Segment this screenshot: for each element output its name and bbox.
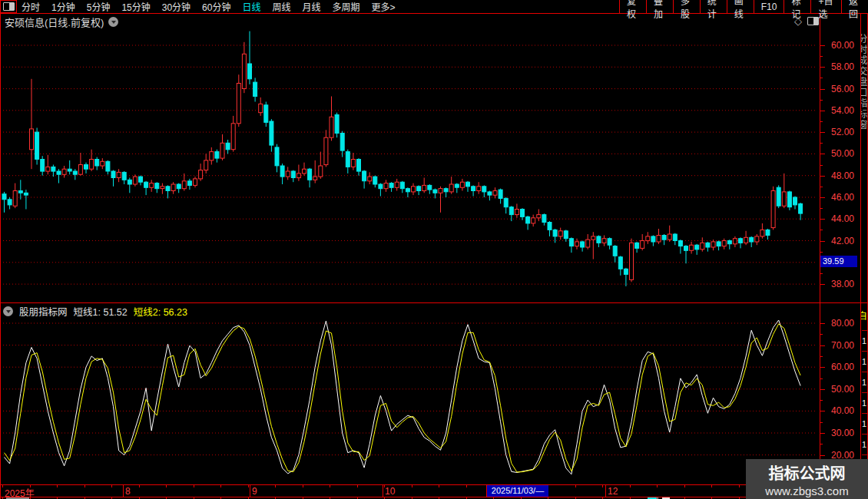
selected-date-badge: 2025/11/03/—	[487, 485, 548, 497]
price-axis-label: 58.00	[822, 61, 854, 72]
top-toolbar: 分时 1分钟 5分钟 15分钟 30分钟 60分钟 日线 周线 月线 多周期 更…	[0, 0, 868, 13]
week-tick	[139, 485, 140, 487]
week-tick	[575, 485, 576, 487]
week-tick	[57, 485, 58, 487]
price-axis-label: 56.00	[822, 84, 854, 94]
time-axis-label: 9	[252, 486, 257, 497]
tab-daily[interactable]: 日线	[242, 0, 260, 13]
week-tick	[30, 485, 31, 487]
axis-tick	[820, 433, 825, 434]
axis-tick	[820, 132, 825, 133]
tab-more[interactable]: 更多>	[372, 0, 396, 13]
month-separator	[383, 485, 383, 497]
f10-button[interactable]: F10	[754, 0, 784, 13]
price-axis-label: 60.00	[822, 40, 854, 51]
right-toolbar: 复权 叠加 多股 统计 画线 F10 标记 +自选 返回	[619, 0, 868, 13]
axis-tick	[820, 389, 825, 390]
week-tick	[602, 485, 603, 487]
tab-5min[interactable]: 5分钟	[87, 0, 111, 13]
axis-minor-tick	[820, 208, 823, 209]
price-axis-label: 44.00	[822, 213, 854, 224]
tab-multi-period[interactable]: 多周期	[333, 0, 360, 13]
axis-tick	[820, 455, 825, 456]
watermark: 指标公式网 www.zbgs3.com	[746, 459, 868, 499]
axis-column-divider	[820, 14, 820, 497]
tab-weekly[interactable]: 周线	[272, 0, 290, 13]
week-tick	[357, 485, 358, 487]
line1-value: 51.52	[103, 307, 127, 318]
chevron-down-icon[interactable]	[108, 17, 118, 27]
axis-tick	[820, 176, 825, 177]
axis-minor-tick	[820, 400, 823, 401]
price-axis-label: 48.00	[822, 170, 854, 181]
clipped-highlight-char: 自	[861, 309, 867, 322]
indicator-header: 股朋指标网 短线1: 51.52 短线2: 56.23	[3, 306, 187, 317]
tab-60min[interactable]: 60分钟	[202, 0, 230, 13]
chevron-down-circle-icon[interactable]	[3, 306, 13, 316]
overlay-button[interactable]: 叠加	[646, 0, 673, 13]
split-window-icon	[3, 2, 15, 11]
pane-divider	[0, 302, 868, 303]
tab-fenshi[interactable]: 分时	[22, 0, 40, 13]
watermark-url: www.zbgs3.com	[746, 484, 868, 497]
time-axis-label: 8	[125, 486, 131, 497]
page-title: 安硕信息(日线.前复权)	[5, 15, 104, 29]
stats-button[interactable]: 统计	[700, 0, 727, 13]
week-tick	[630, 485, 631, 487]
axis-tick	[820, 154, 825, 154]
axis-minor-tick	[820, 444, 823, 444]
axis-minor-tick	[820, 165, 823, 166]
week-tick	[275, 485, 276, 487]
indicator-axis-label: 60.00	[822, 362, 854, 372]
mark-button[interactable]: 标记	[784, 0, 810, 13]
price-axis-label: 52.00	[822, 127, 854, 137]
add-watchlist-button[interactable]: +自选	[810, 0, 841, 13]
price-axis-label: 54.00	[822, 105, 854, 116]
axis-minor-tick	[820, 56, 823, 57]
axis-minor-tick	[820, 121, 823, 122]
axis-minor-tick	[820, 378, 823, 379]
tab-1min[interactable]: 1分钟	[51, 0, 75, 13]
week-tick	[412, 485, 412, 487]
week-tick	[439, 485, 439, 487]
back-button[interactable]: 返回	[841, 0, 868, 13]
axis-top-border	[0, 484, 861, 485]
axis-tick	[820, 197, 825, 198]
price-axis-label: 46.00	[822, 192, 854, 203]
week-tick	[303, 485, 303, 487]
indicator-axis-label: 70.00	[822, 340, 854, 351]
tab-monthly[interactable]: 月线	[303, 0, 321, 13]
axis-minor-tick	[820, 100, 823, 101]
axis-minor-tick	[820, 422, 823, 423]
indicator-axis-label: 80.00	[822, 318, 854, 329]
month-separator	[123, 485, 124, 497]
period-menu: 分时 1分钟 5分钟 15分钟 30分钟 60分钟 日线 周线 月线 多周期 更…	[22, 0, 396, 13]
chart-title-row: 安硕信息(日线.前复权)	[5, 15, 118, 28]
sidebar-strip-divider	[860, 0, 861, 499]
axis-tick	[820, 45, 825, 46]
week-tick	[466, 485, 467, 487]
week-tick	[2, 485, 3, 487]
fuquan-button[interactable]: 复权	[619, 0, 646, 13]
axis-tick	[820, 345, 825, 346]
week-tick	[194, 485, 194, 487]
week-tick	[84, 485, 85, 487]
draw-line-button[interactable]: 画线	[727, 0, 754, 13]
axis-tick	[820, 323, 825, 324]
multi-stock-button[interactable]: 多股	[673, 0, 700, 13]
tab-15min[interactable]: 15分钟	[121, 0, 150, 13]
week-tick	[166, 485, 167, 487]
tab-30min[interactable]: 30分钟	[162, 0, 190, 13]
candlestick-chart[interactable]	[0, 14, 820, 302]
indicator-axis-label: 40.00	[822, 405, 854, 416]
oscillator-chart[interactable]	[0, 304, 820, 484]
split-pane-icon[interactable]	[807, 17, 819, 25]
axis-minor-tick	[820, 252, 823, 253]
week-tick	[739, 485, 740, 487]
axis-tick	[820, 241, 825, 242]
axis-minor-tick	[820, 187, 823, 187]
axis-minor-tick	[820, 334, 823, 335]
axis-minor-tick	[820, 78, 823, 78]
axis-minor-tick	[820, 273, 823, 274]
layout-button[interactable]	[0, 0, 17, 13]
